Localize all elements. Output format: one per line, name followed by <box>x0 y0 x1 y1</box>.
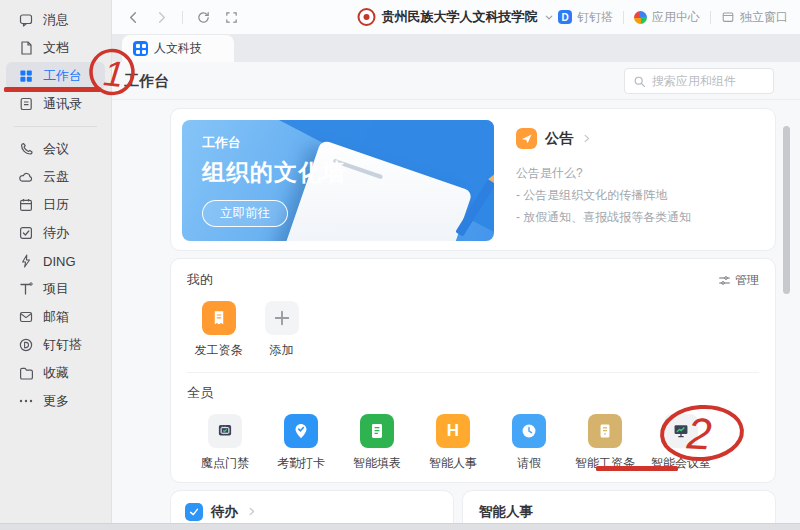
add-label: 添加 <box>270 342 294 359</box>
sidebar-item-todo[interactable]: 待办 <box>0 219 111 247</box>
refresh-icon[interactable] <box>196 10 211 25</box>
app-payslip-send[interactable]: 发工资条 <box>187 301 250 359</box>
sidebar-item-label: 更多 <box>43 392 69 410</box>
app-smart-hr[interactable]: H 智能人事 <box>415 414 491 472</box>
main-area: 贵州民族大学人文科技学院 D钉钉搭 应用中心 独立窗口 人文科技 工作台 <box>112 0 800 530</box>
app-label: 智能会议室 <box>651 455 711 472</box>
app-center-icon <box>634 11 647 24</box>
chat-icon <box>18 12 34 28</box>
app-smart-form[interactable]: 智能填表 <box>339 414 415 472</box>
separator <box>623 11 624 24</box>
sidebar-item-messages[interactable]: 消息 <box>0 6 111 34</box>
todo-card-title: 待办 <box>211 503 238 521</box>
cloud-icon <box>18 169 34 185</box>
workbench-grid-icon <box>133 41 148 56</box>
sidebar-item-label: 文档 <box>43 39 69 57</box>
page-title: 工作台 <box>124 72 169 91</box>
announcement-section: 公告 公告是什么? - 公告是组织文化的传播阵地 - 放假通知、喜报战报等各类通… <box>494 120 764 239</box>
section-divider <box>187 372 759 373</box>
page-header: 工作台 <box>112 62 800 100</box>
forward-icon[interactable] <box>154 10 169 25</box>
payslip-icon <box>202 301 236 335</box>
culture-wall-banner[interactable]: 工作台 组织的文化墙 立即前往 <box>182 120 494 241</box>
announcement-line: 公告是什么? <box>516 162 758 184</box>
dingtalk-build-icon: D <box>558 10 572 24</box>
sidebar-item-project[interactable]: 项目 <box>0 275 111 303</box>
sidebar-item-drive[interactable]: 云盘 <box>0 163 111 191</box>
sidebar-item-label: 云盘 <box>43 168 69 186</box>
all-section-title: 全员 <box>187 384 213 402</box>
sidebar-item-workbench[interactable]: 工作台 <box>6 62 105 90</box>
app-attendance[interactable]: 考勤打卡 <box>263 414 339 472</box>
sidebar-item-mail[interactable]: 邮箱 <box>0 303 111 331</box>
search-box[interactable] <box>624 68 774 94</box>
announcement-header[interactable]: 公告 <box>516 128 758 149</box>
banner-cta-button[interactable]: 立即前往 <box>202 200 288 227</box>
apps-card: 我的 管理 发工资条 <box>170 258 776 483</box>
app-smart-meeting-room[interactable]: 智能会议室 <box>643 414 719 472</box>
manage-button[interactable]: 管理 <box>718 272 759 289</box>
standalone-window-button[interactable]: 独立窗口 <box>721 9 788 26</box>
banner-kicker: 工作台 <box>202 134 346 152</box>
sidebar-item-label: 待办 <box>43 224 69 242</box>
phone-icon <box>18 141 34 157</box>
dingtalk-window: 消息 文档 工作台 通讯录 会议 云盘 日历 待办 DING 项目 邮箱 钉钉搭… <box>0 0 800 530</box>
dingtalk-build-icon <box>18 337 34 353</box>
my-section-header: 我的 管理 <box>187 271 759 289</box>
tab-renwen-keji[interactable]: 人文科技 <box>122 35 234 62</box>
clock-icon <box>512 414 546 448</box>
all-apps-row: 魔点门禁 考勤打卡 智能填表 <box>187 414 759 472</box>
sidebar-item-favorites[interactable]: 收藏 <box>0 359 111 387</box>
my-apps-row: 发工资条 添加 <box>187 301 759 359</box>
sidebar-item-calendar[interactable]: 日历 <box>0 191 111 219</box>
sliders-icon <box>718 274 731 287</box>
search-input[interactable] <box>652 74 765 88</box>
project-icon <box>18 281 34 297</box>
back-icon[interactable] <box>126 10 141 25</box>
app-modian-access[interactable]: 魔点门禁 <box>187 414 263 472</box>
app-label: 请假 <box>517 455 541 472</box>
sidebar-item-label: 消息 <box>43 11 69 29</box>
vertical-scrollbar[interactable] <box>783 126 790 294</box>
app-center-button[interactable]: 应用中心 <box>634 9 700 26</box>
caret-down-icon <box>544 12 555 23</box>
app-smart-payslip[interactable]: 智能工资条 <box>567 414 643 472</box>
sidebar-item-label: 项目 <box>43 280 69 298</box>
folder-icon <box>18 365 34 381</box>
form-icon <box>360 414 394 448</box>
app-label: 智能填表 <box>353 455 401 472</box>
org-switcher[interactable]: 贵州民族大学人文科技学院 <box>358 0 555 34</box>
sidebar-item-ding[interactable]: DING <box>0 247 111 275</box>
grid-icon <box>18 68 34 84</box>
app-leave[interactable]: 请假 <box>491 414 567 472</box>
attendance-pin-icon <box>284 414 318 448</box>
announcement-line: - 放假通知、喜报战报等各类通知 <box>516 206 758 228</box>
sidebar-item-meeting[interactable]: 会议 <box>0 135 111 163</box>
sidebar-item-docs[interactable]: 文档 <box>0 34 111 62</box>
dingtalk-build-button[interactable]: D钉钉搭 <box>558 9 613 26</box>
app-label: 考勤打卡 <box>277 455 325 472</box>
announcement-body: 公告是什么? - 公告是组织文化的传播阵地 - 放假通知、喜报战报等各类通知 <box>516 162 758 229</box>
announcement-title: 公告 <box>545 130 573 148</box>
org-name: 贵州民族大学人文科技学院 <box>382 8 538 26</box>
app-label: 智能工资条 <box>575 455 635 472</box>
mail-icon <box>18 309 34 325</box>
sidebar-item-dingtalk-build[interactable]: 钉钉搭 <box>0 331 111 359</box>
window-bottom-edge <box>0 523 800 530</box>
chevron-right-icon <box>581 133 592 144</box>
app-label: 魔点门禁 <box>201 455 249 472</box>
announcement-line: - 公告是组织文化的传播阵地 <box>516 184 758 206</box>
sidebar-item-label: 钉钉搭 <box>43 336 82 354</box>
expand-icon[interactable] <box>224 10 239 25</box>
add-app-button[interactable]: 添加 <box>250 301 313 359</box>
sidebar-item-label: 日历 <box>43 196 69 214</box>
banner-text: 工作台 组织的文化墙 立即前往 <box>202 134 346 227</box>
plus-icon <box>265 301 299 335</box>
sidebar: 消息 文档 工作台 通讯录 会议 云盘 日历 待办 DING 项目 邮箱 钉钉搭… <box>0 0 112 530</box>
sidebar-item-label: 工作台 <box>43 67 82 85</box>
todo-check-icon <box>18 225 34 241</box>
sidebar-item-more[interactable]: 更多 <box>0 387 111 415</box>
sidebar-item-contacts[interactable]: 通讯录 <box>0 90 111 118</box>
megaphone-icon <box>516 128 537 149</box>
document-icon <box>18 40 34 56</box>
